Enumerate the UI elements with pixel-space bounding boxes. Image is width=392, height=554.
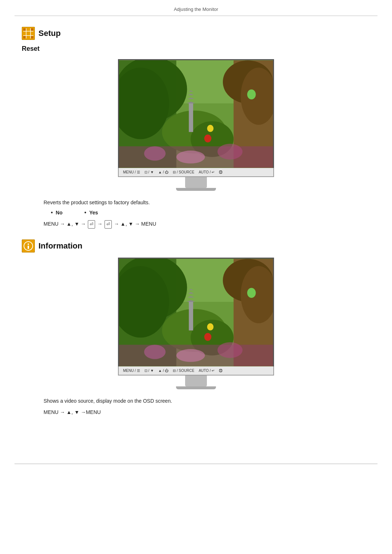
bottom-rule — [15, 464, 377, 464]
information-title: Information — [38, 241, 82, 251]
svg-rect-6 — [31, 28, 33, 31]
bullet-dot-yes: • — [84, 210, 86, 216]
svg-point-26 — [144, 146, 166, 160]
reset-bullets: • No • Yes — [51, 210, 370, 216]
page-header: Adjusting the Monitor — [0, 0, 392, 16]
svg-point-33 — [28, 243, 29, 245]
svg-point-56 — [204, 333, 212, 341]
osd-box-down-info: ⊡ / ▼ — [144, 369, 154, 373]
osd-auto-info: AUTO / ↵ — [199, 369, 215, 373]
information-monitor-image: MENU / ☰ ⊡ / ▼ ▲ / ⏻ ⊟ / SOURCE AUTO / ↵… — [113, 258, 279, 389]
svg-point-52 — [144, 345, 166, 359]
osd-bar-info: MENU / ☰ ⊡ / ▼ ▲ / ⏻ ⊟ / SOURCE AUTO / ↵… — [118, 366, 274, 376]
information-nav-instruction: MENU → ▲, ▼ →MENU — [44, 408, 370, 416]
svg-point-29 — [207, 125, 214, 132]
monitor-base-info — [176, 376, 216, 389]
nav-enter-icon-2: ⏎ — [105, 220, 112, 229]
svg-rect-19 — [189, 103, 193, 132]
svg-point-24 — [247, 89, 256, 99]
setup-icon — [22, 27, 35, 40]
svg-point-30 — [204, 135, 212, 143]
scene-garden-reset — [119, 60, 273, 168]
bullet-yes-label: Yes — [89, 210, 98, 216]
osd-box-down: ⊡ / ▼ — [144, 170, 154, 174]
scene-svg-info — [119, 259, 273, 366]
svg-rect-8 — [31, 36, 33, 38]
svg-point-53 — [176, 349, 205, 362]
monitor-base-reset — [176, 177, 216, 191]
scene-garden-info — [119, 259, 273, 366]
osd-bar-reset: MENU / ☰ ⊡ / ▼ ▲ / ⏻ ⊟ / SOURCE AUTO / ↵… — [118, 168, 274, 177]
information-description: Shows a video source, display mode on th… — [44, 398, 370, 404]
scene-svg-reset — [119, 60, 273, 168]
osd-power: ⏼ — [219, 170, 222, 174]
information-section-header: Information — [22, 239, 370, 253]
svg-point-28 — [217, 144, 242, 159]
bullet-no-label: No — [56, 210, 63, 216]
svg-rect-5 — [23, 28, 26, 31]
svg-point-55 — [207, 323, 214, 331]
monitor-screen-reset — [118, 59, 274, 168]
svg-point-54 — [217, 342, 242, 358]
reset-subsection-title: Reset — [22, 45, 370, 53]
reset-monitor-image: MENU / ☰ ⊡ / ▼ ▲ / ⏻ ⊟ / SOURCE AUTO / ↵… — [113, 59, 279, 191]
information-icon — [22, 239, 35, 253]
reset-description: Reverts the product settings to factory … — [44, 200, 370, 205]
osd-power-info: ⏼ — [219, 369, 222, 373]
osd-menu-info: MENU / ☰ — [123, 369, 140, 373]
setup-title: Setup — [38, 29, 61, 38]
bullet-yes: • Yes — [84, 210, 98, 216]
svg-rect-34 — [28, 246, 29, 249]
monitor-screen-info — [118, 258, 274, 366]
reset-nav-instruction: MENU → ▲, ▼ → ⏎ → ⏎ → ▲, ▼ → MENU — [44, 220, 370, 229]
osd-source: ⊟ / SOURCE — [173, 170, 194, 174]
svg-rect-7 — [23, 36, 26, 38]
osd-up-brightness-info: ▲ / ⏻ — [158, 369, 168, 373]
svg-point-50 — [247, 288, 256, 298]
bullet-dot-no: • — [51, 210, 53, 216]
svg-point-27 — [176, 151, 205, 163]
nav-enter-icon-1: ⏎ — [88, 220, 95, 229]
bullet-no: • No — [51, 210, 62, 216]
svg-rect-45 — [189, 302, 193, 331]
header-rule — [15, 16, 377, 16]
page-title: Adjusting the Monitor — [174, 7, 218, 12]
osd-up-brightness: ▲ / ⏻ — [158, 170, 168, 174]
osd-menu: MENU / ☰ — [123, 170, 140, 174]
main-content: Setup Reset — [0, 27, 392, 449]
osd-auto: AUTO / ↵ — [199, 170, 215, 174]
osd-source-info: ⊟ / SOURCE — [173, 369, 194, 373]
setup-section-header: Setup — [22, 27, 370, 40]
